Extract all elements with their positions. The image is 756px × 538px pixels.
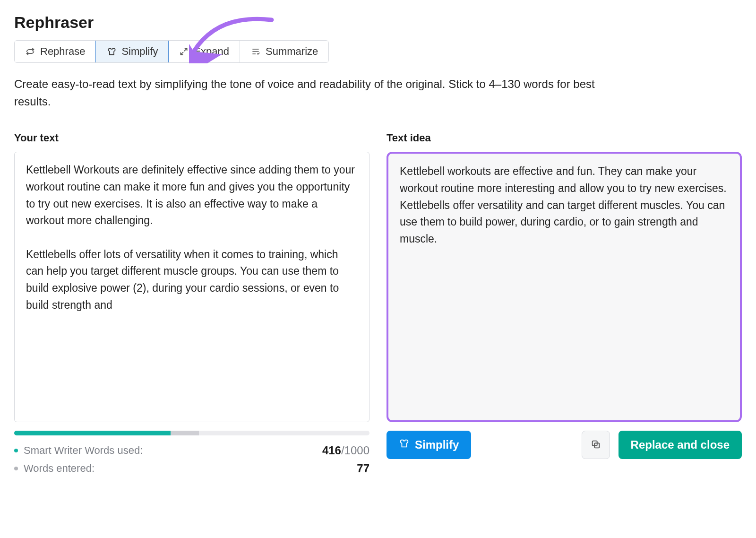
tab-summarize[interactable]: Summarize	[240, 41, 328, 62]
input-textarea[interactable]: Kettlebell Workouts are definitely effec…	[14, 152, 369, 422]
tab-simplify[interactable]: Simplify	[95, 40, 169, 63]
tab-label: Rephrase	[40, 45, 85, 58]
mode-description: Create easy-to-read text by simplifying …	[14, 75, 610, 110]
simplify-icon	[399, 438, 409, 451]
usage-progress-fill	[14, 431, 171, 435]
replace-close-button[interactable]: Replace and close	[619, 431, 742, 459]
page-title: Rephraser	[14, 13, 742, 32]
simplify-button[interactable]: Simplify	[387, 431, 471, 459]
stat-value: 416/1000	[322, 444, 369, 457]
output-label: Text idea	[387, 132, 742, 144]
tab-label: Simplify	[121, 45, 158, 58]
copy-button[interactable]	[582, 431, 610, 459]
output-text: Kettlebell workouts are effective and fu…	[387, 152, 742, 422]
input-label: Your text	[14, 132, 369, 144]
simplify-icon	[106, 46, 117, 57]
usage-progress	[14, 431, 369, 435]
stat-value: 77	[357, 462, 369, 475]
summarize-icon	[250, 46, 261, 57]
tab-label: Summarize	[266, 45, 318, 58]
bullet-icon	[14, 449, 18, 452]
tab-rephrase[interactable]: Rephrase	[15, 41, 96, 62]
stat-words-entered: Words entered: 77	[14, 462, 369, 475]
button-label: Simplify	[415, 438, 459, 451]
tab-label: Expand	[194, 45, 229, 58]
stat-label: Words entered:	[24, 462, 357, 475]
mode-tabs: Rephrase Simplify Expand Summarize	[14, 40, 329, 63]
expand-icon	[179, 46, 189, 57]
button-label: Replace and close	[631, 438, 730, 451]
usage-progress-mid	[171, 431, 199, 435]
tab-expand[interactable]: Expand	[168, 41, 240, 62]
stat-smart-writer: Smart Writer Words used: 416/1000	[14, 444, 369, 457]
bullet-icon	[14, 467, 18, 470]
copy-icon	[591, 439, 601, 451]
rephrase-icon	[25, 46, 35, 57]
stat-label: Smart Writer Words used:	[24, 444, 322, 457]
